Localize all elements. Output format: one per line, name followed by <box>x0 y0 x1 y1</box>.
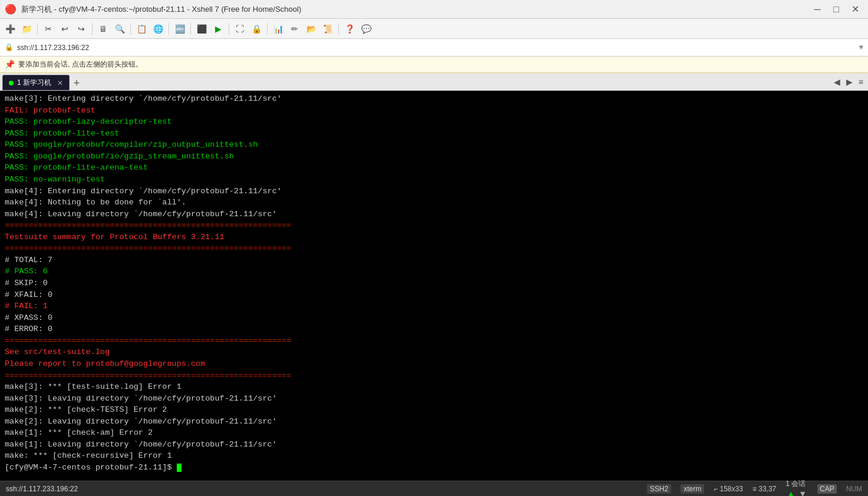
tab-nav-left-button[interactable]: ◀ <box>831 76 843 88</box>
dimensions-icon: ⌐ <box>714 485 718 493</box>
toolbar-separator-2 <box>92 23 93 35</box>
terminal-line: PASS: no-warning-test <box>5 174 863 186</box>
chat-button[interactable]: 💬 <box>358 21 374 37</box>
cut-button[interactable]: ✂ <box>41 21 56 37</box>
terminal-line: ========================================… <box>5 220 863 232</box>
toolbar-separator-7 <box>267 23 268 35</box>
terminal-line: make[1]: Leaving directory `/home/cfy/pr… <box>5 439 863 451</box>
session-down-button[interactable]: ▼ <box>797 489 808 496</box>
lock-icon: 🔒 <box>5 43 14 52</box>
addressbar: 🔒 ssh://1.117.233.196:22 ▼ <box>0 39 868 57</box>
terminal-line: PASS: google/protobuf/compiler/zip_outpu… <box>5 139 863 151</box>
terminal-line: make[2]: Leaving directory `/home/cfy/pr… <box>5 416 863 428</box>
terminal-line: [cfy@VM-4-7-centos protobuf-21.11]$ <box>5 462 863 474</box>
cap-indicator: CAP <box>817 484 837 494</box>
terminal-line: PASS: protobuf-lite-arena-test <box>5 162 863 174</box>
status-right-section: SSH2 xterm ⌐ 158x33 ≡ 33,37 1 会话 ▲ ▼ CAP… <box>647 479 862 496</box>
pin-icon: 📌 <box>5 59 15 70</box>
new-session-button[interactable]: ➕ <box>2 21 18 37</box>
status-sessions: 1 会话 ▲ ▼ <box>786 479 808 496</box>
minimize-button[interactable]: ─ <box>809 1 826 18</box>
status-terminal-type: xterm <box>681 484 704 494</box>
tab-label: 1 新学习机 <box>17 78 51 88</box>
statusbar: ssh://1.117.233.196:22 SSH2 xterm ⌐ 158x… <box>0 481 868 496</box>
terminal-line: PASS: protobuf-lazy-descriptor-test <box>5 116 863 128</box>
font-button[interactable]: 🔤 <box>172 21 187 37</box>
edit-button[interactable]: ✏ <box>287 21 302 37</box>
terminal-line: # PASS: 6 <box>5 266 863 277</box>
terminal-cursor <box>177 464 181 472</box>
terminal-line: make: *** [check-recursive] Error 1 <box>5 450 863 462</box>
titlebar: 🔴 新学习机 - cfy@VM-4-7-centos:~/protobuf-21… <box>0 0 868 19</box>
terminal-line: make[3]: Leaving directory `/home/cfy/pr… <box>5 393 863 405</box>
terminal-line: make[1]: *** [check-am] Error 2 <box>5 427 863 439</box>
terminal-line: # ERROR: 0 <box>5 323 863 335</box>
terminal-line: make[2]: *** [check-TESTS] Error 2 <box>5 404 863 416</box>
toolbar-separator-6 <box>229 23 229 35</box>
tab-navigation: ◀ ▶ ≡ <box>831 73 868 91</box>
toolbar-separator-1 <box>37 23 38 35</box>
toolbar: ➕ 📁 ✂ ↩ ↪ 🖥 🔍 📋 🌐 🔤 ⬛ ▶ ⛶ 🔒 📊 ✏ 📂 📜 ❓ 💬 <box>0 19 868 39</box>
position-icon: ≡ <box>753 485 757 493</box>
window-controls: ─ □ ✕ <box>809 1 863 18</box>
terminal-line: PASS: google/protobuf/io/gzip_stream_uni… <box>5 151 863 163</box>
terminal-line: Please report to protobuf@googlegroups.c… <box>5 358 863 370</box>
terminal-line: # TOTAL: 7 <box>5 254 863 266</box>
toolbar-separator-4 <box>169 23 169 35</box>
fullscreen-button[interactable]: ⛶ <box>232 21 247 37</box>
app-icon: 🔴 <box>5 4 16 15</box>
close-button[interactable]: ✕ <box>847 1 863 18</box>
toolbar-separator-5 <box>190 23 191 35</box>
redo-button[interactable]: ↪ <box>74 21 89 37</box>
session-up-button[interactable]: ▲ <box>786 489 796 496</box>
chart-button[interactable]: 📊 <box>270 21 286 37</box>
terminal-line: make[4]: Leaving directory `/home/cfy/pr… <box>5 209 863 220</box>
status-position: ≡ 33,37 <box>753 485 776 493</box>
position-value: 33,37 <box>758 485 776 493</box>
terminal-line: make[3]: Entering directory `/home/cfy/p… <box>5 93 863 105</box>
lock-button[interactable]: 🔒 <box>249 21 264 37</box>
terminal-line: # FAIL: 1 <box>5 300 863 312</box>
active-tab[interactable]: 1 新学习机 ✕ <box>2 75 70 90</box>
tab-menu-button[interactable]: ≡ <box>856 76 866 88</box>
terminal-output[interactable]: make[3]: Entering directory `/home/cfy/p… <box>0 91 868 481</box>
new-tab-button[interactable]: + <box>70 76 84 90</box>
terminal-line: See src/test-suite.log <box>5 346 863 358</box>
num-indicator: NUM <box>846 485 862 493</box>
terminal-button[interactable]: 🖥 <box>95 21 111 37</box>
tab-nav-right-button[interactable]: ▶ <box>844 76 855 88</box>
address-dropdown-arrow[interactable]: ▼ <box>859 44 863 52</box>
run-button[interactable]: ▶ <box>210 21 226 37</box>
terminal-line: FAIL: protobuf-test <box>5 105 863 117</box>
maximize-button[interactable]: □ <box>828 1 844 18</box>
titlebar-left: 🔴 新学习机 - cfy@VM-4-7-centos:~/protobuf-21… <box>5 4 301 15</box>
dimensions-value: 158x33 <box>720 485 743 493</box>
infobar-text: 要添加当前会话, 点击左侧的箭头按钮。 <box>18 59 143 70</box>
terminal-line: make[4]: Nothing to be done for `all'. <box>5 197 863 209</box>
undo-button[interactable]: ↩ <box>57 21 72 37</box>
terminal-line: ========================================… <box>5 335 863 347</box>
address-text: ssh://1.117.233.196:22 <box>17 44 856 52</box>
globe-button[interactable]: 🌐 <box>150 21 166 37</box>
terminal-line: ========================================… <box>5 370 863 382</box>
open-button[interactable]: 📁 <box>19 21 34 37</box>
terminal-line: # XPASS: 0 <box>5 312 863 324</box>
help-button[interactable]: ❓ <box>342 21 357 37</box>
search-button[interactable]: 🔍 <box>112 21 127 37</box>
terminal-line: # SKIP: 0 <box>5 277 863 289</box>
status-dimensions: ⌐ 158x33 <box>714 485 743 493</box>
tab-status-dot <box>9 81 14 85</box>
toolbar-separator-3 <box>130 23 131 35</box>
sessions-value: 1 会话 <box>786 480 806 488</box>
window-title: 新学习机 - cfy@VM-4-7-centos:~/protobuf-21.1… <box>21 4 301 15</box>
script-button[interactable]: 📜 <box>320 21 335 37</box>
terminal-line: make[3]: *** [test-suite.log] Error 1 <box>5 381 863 393</box>
tab-close-button[interactable]: ✕ <box>57 79 63 87</box>
stop-button[interactable]: ⬛ <box>194 21 209 37</box>
terminal-line: # XFAIL: 0 <box>5 289 863 301</box>
folder-button[interactable]: 📂 <box>303 21 319 37</box>
terminal-line: make[4]: Entering directory `/home/cfy/p… <box>5 186 863 197</box>
copy-button[interactable]: 📋 <box>134 21 149 37</box>
status-protocol: SSH2 <box>647 484 671 494</box>
tabbar: 1 新学习机 ✕ + ◀ ▶ ≡ <box>0 73 868 91</box>
